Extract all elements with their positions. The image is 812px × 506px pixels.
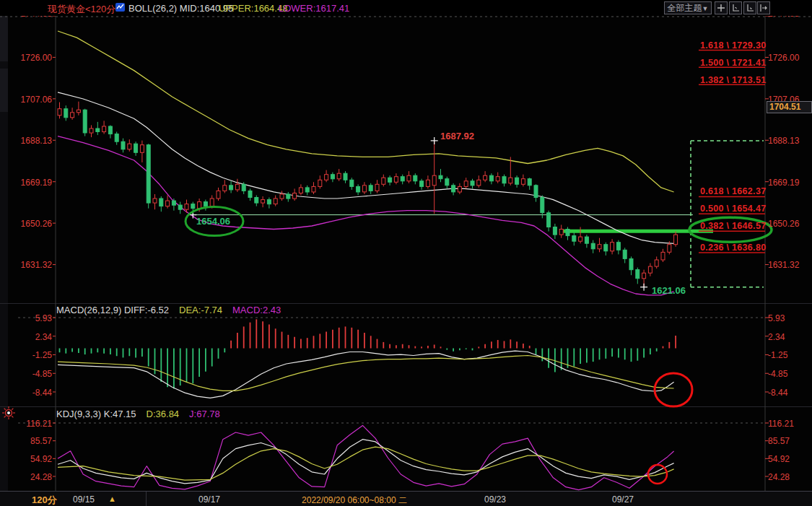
macd-value: MACD:2.43: [232, 305, 281, 315]
kdj-axis-label: 24.28: [768, 472, 790, 482]
kdj-axis-label: 24.28: [19, 472, 52, 482]
kdj-d-value: D:36.84: [147, 409, 180, 419]
macd-axis-label: -4.85: [768, 369, 787, 379]
expand-pane-button[interactable]: [757, 1, 770, 14]
macd-dea-value: DEA:-7.74: [179, 305, 222, 315]
macd-axis-label: -1.25: [768, 350, 787, 360]
price-axis-label: 1726.00: [768, 53, 799, 63]
axis-scale-right-button[interactable]: [743, 1, 756, 14]
boll-upper-value: UPPER:1664.48: [219, 3, 287, 14]
price-tag: 1704.51: [767, 101, 812, 113]
price-axis-label: 1726.00: [19, 53, 52, 63]
chart-canvas[interactable]: [0, 0, 812, 506]
macd-axis-label: -8.44: [768, 388, 787, 398]
period-label: 120分: [32, 494, 57, 506]
price-axis-label: 1669.19: [768, 178, 799, 188]
swing-low-label: 1654.06: [196, 216, 230, 227]
kdj-axis-label: 54.92: [19, 454, 52, 464]
symbol-title: 现货黄金<120分>: [48, 3, 121, 16]
crosshair-tool-button[interactable]: [715, 1, 728, 14]
price-axis-label: 1688.13: [768, 136, 799, 146]
fib-extension-label: 1.618 \ 1729.30: [700, 40, 766, 51]
price-axis-label: 1650.26: [768, 219, 799, 229]
trading-terminal: 现货黄金<120分> BOLL(26,2) MID:1640.95 UPPER:…: [0, 0, 812, 506]
kdj-axis-label: 116.21: [768, 419, 794, 429]
kdj-axis-label: 116.21: [19, 419, 52, 429]
chart-icon: [115, 2, 126, 14]
price-axis-label: 1688.13: [19, 136, 52, 146]
current-session-label: 2022/09/20 06:00~08:00 二: [302, 494, 407, 506]
macd-axis-label: 2.34: [768, 332, 785, 342]
spike-high-label: 1687.92: [440, 131, 474, 141]
axis-scale-left-button[interactable]: [729, 1, 742, 14]
kdj-header: KDJ(9,3,3) K:47.15D:36.84J:67.78: [56, 409, 230, 419]
macd-axis-label: -4.85: [19, 369, 52, 379]
date-label: 09/17: [198, 494, 220, 505]
expand-arrow-icon: ▲: [108, 494, 116, 503]
time-axis-bar: 120分 ▲ 09/15 09/17 2022/09/20 06:00~08:0…: [0, 491, 812, 506]
date-label: 09/27: [612, 494, 634, 505]
price-axis-label: 1669.19: [19, 178, 52, 188]
theme-dropdown-label: 全部主题: [668, 3, 702, 13]
macd-axis-label: -1.25: [19, 350, 52, 360]
date-label: 09/15: [73, 494, 95, 505]
top-bar: 现货黄金<120分> BOLL(26,2) MID:1640.95 UPPER:…: [0, 0, 812, 16]
price-axis-label: 1631.32: [768, 260, 799, 270]
macd-axis-label: 5.93: [19, 313, 52, 323]
boll-mid-value: BOLL(26,2) MID:1640.95: [128, 3, 233, 14]
boll-lower-value: LOWER:1617.41: [279, 3, 349, 14]
kdj-axis-label: 54.92: [768, 454, 790, 464]
chevron-down-icon: ▼: [702, 5, 709, 12]
macd-axis-label: 5.93: [768, 313, 785, 323]
price-axis-label: 1650.26: [19, 219, 52, 229]
price-axis-label: 1631.32: [19, 260, 52, 270]
fib-retracement-label: 0.236 \ 1636.80: [700, 243, 766, 253]
macd-axis-label: -8.44: [19, 388, 52, 398]
macd-diff-value: MACD(26,12,9) DIFF:-6.52: [56, 305, 169, 315]
theme-dropdown-button[interactable]: 全部主题▼: [664, 1, 712, 14]
bottom-low-label: 1621.06: [652, 285, 686, 296]
fib-extension-label: 1.500 \ 1721.41: [700, 58, 766, 68]
fib-retracement-label: 0.382 \ 1646.57: [700, 221, 766, 231]
kdj-axis-label: 85.57: [768, 436, 790, 446]
kdj-axis-label: 85.57: [19, 436, 52, 446]
fib-extension-label: 1.382 \ 1713.51: [700, 75, 766, 85]
macd-axis-label: 2.34: [19, 332, 52, 342]
fib-retracement-label: 0.618 \ 1662.37: [700, 186, 766, 196]
macd-header: MACD(26,12,9) DIFF:-6.52DEA:-7.74MACD:2.…: [56, 305, 291, 315]
date-label: 09/23: [484, 494, 506, 505]
fib-retracement-label: 0.500 \ 1654.47: [700, 204, 766, 214]
kdj-k-value: KDJ(9,3,3) K:47.15: [56, 409, 136, 419]
kdj-j-value: J:67.78: [189, 409, 220, 419]
price-axis-label: 1707.06: [19, 95, 52, 105]
